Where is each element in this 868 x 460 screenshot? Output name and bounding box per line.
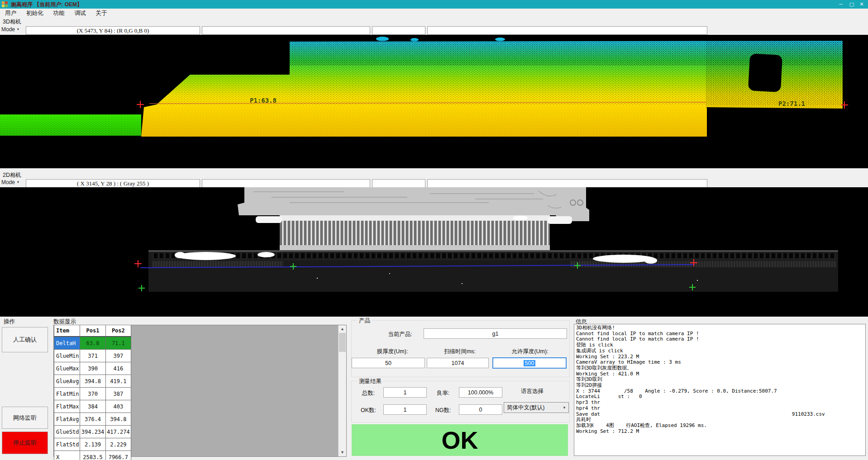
log-line: 等到3D取到 (576, 377, 865, 383)
scrollbar-thumb[interactable] (339, 333, 346, 352)
camera3d-mode-dropdown[interactable]: Mode ▼ (1, 26, 24, 34)
log-line: Working Set : 712.2 M (576, 429, 865, 435)
total-count-field[interactable]: 1 (383, 387, 427, 398)
camera2d-coordinate-readout: ( X 3145, Y 28 ) : ( Gray 255 ) (26, 179, 200, 188)
table-cell-item: GlueStd (54, 426, 80, 438)
table-row[interactable]: GlueMax390416 (54, 362, 131, 375)
table-cell-item: FlatStd (54, 438, 80, 451)
table-row[interactable]: FlatStd2.1392.229 (54, 438, 131, 451)
table-cell-item: FlatMin (54, 388, 80, 400)
current-product-label: 当前产品: (375, 331, 425, 338)
table-row[interactable]: GlueAvg394.8419.1 (54, 375, 131, 388)
table-cell-pos2: 417.274 (106, 426, 131, 438)
camera2d-mode-bar: Mode ▼ ( X 3145, Y 28 ) : ( Gray 255 ) (0, 179, 868, 188)
table-cell-item: GlueMin (54, 350, 80, 362)
camera3d-image-view[interactable]: P1:63.8 P2:71.1 (0, 35, 868, 168)
log-line: 等到3D取到灰度图数据。 (576, 365, 865, 371)
table-cell-item: FlatAvg (54, 413, 80, 426)
camera3d-coordinate-readout: (X 5473, Y 84) : (R 0,G 0,B 0) (26, 26, 200, 35)
operations-section-label: 操作 (4, 318, 15, 326)
log-line: hpr3 thr (576, 400, 865, 406)
scroll-up-icon[interactable]: ▲ (339, 325, 346, 333)
menu-item-3[interactable]: 调试 (70, 9, 91, 18)
table-cell-pos2: 403 (106, 400, 131, 413)
menu-item-2[interactable]: 功能 (48, 9, 70, 18)
p1-measurement-label: P1:63.8 (250, 97, 277, 104)
table-cell-pos1: 2.139 (80, 438, 105, 451)
ng-count-field[interactable]: 0 (459, 404, 502, 415)
table-cell-pos1: 370 (80, 388, 105, 400)
allow-thickness-field[interactable]: 500 (492, 357, 567, 369)
app-window: 测高程序 【当前用户: OEM】 ─ ▢ ✕ 用户初始化功能调试关于 3D相机 … (0, 0, 868, 460)
minimize-button[interactable]: ─ (835, 0, 846, 9)
ok-count-field[interactable]: 1 (383, 404, 427, 415)
table-cell-pos1: 394.8 (80, 375, 105, 388)
current-product-field[interactable]: g1 (424, 328, 567, 339)
scroll-down-icon[interactable]: ▼ (339, 449, 346, 456)
table-cell-pos2: 387 (106, 388, 131, 400)
stop-listen-button[interactable]: 停止监听 (2, 432, 48, 454)
table-header-row: Item Pos1 Pos2 (54, 325, 131, 337)
table-row[interactable]: GlueMin371397 (54, 350, 131, 362)
info-log-box[interactable]: 3D相机没有网络!Cannot find local IP to match c… (574, 324, 866, 456)
table-cell-pos2: 71.1 (106, 337, 131, 350)
table-cell-item: X (54, 451, 80, 460)
menu-item-4[interactable]: 关于 (91, 9, 112, 18)
table-cell-pos2: 2.229 (106, 438, 131, 451)
language-select-dropdown[interactable]: 简体中文(默认)▼ (504, 402, 569, 413)
results-section-label: 测量结果 (357, 378, 383, 385)
camera2d-mode-dropdown[interactable]: Mode ▼ (1, 179, 24, 187)
table-cell-item: FlatMax (54, 400, 80, 413)
log-line: Cannot find local IP to match camera IP … (576, 337, 865, 342)
table-cell-pos1: 384 (80, 400, 105, 413)
grayscale-2d (0, 187, 868, 317)
table-cell-pos1: 2583.5 (80, 451, 105, 460)
status-result-box: OK (352, 424, 568, 456)
results-groupbox: 测量结果 总数: 1 良率: 100.000% 语言选择 OK数: 1 NG数:… (351, 381, 570, 422)
camera2d-image-view[interactable] (0, 187, 868, 317)
menu-item-0[interactable]: 用户 (0, 9, 21, 18)
language-select-label: 语言选择 (511, 388, 553, 395)
table-row[interactable]: FlatAvg376.4394.8 (54, 413, 131, 426)
table-cell-pos1: 394.234 (80, 426, 105, 438)
log-line: 加载3张 4图 行AOI检查, Elapsed 19296 ms. (576, 423, 865, 429)
yield-field[interactable]: 100.000% (459, 387, 502, 398)
table-row[interactable]: DeltaH63.871.1 (54, 337, 131, 350)
table-cell-item: DeltaH (54, 337, 80, 350)
log-line: 等到2D拼接 (576, 383, 865, 389)
log-line: 3D相机没有网络! (576, 325, 865, 331)
camera3d-readout-field-2 (202, 26, 370, 35)
camera3d-readout-field-3 (372, 26, 425, 35)
table-scrollbar[interactable]: ▲ ▼ (338, 325, 346, 456)
data-table: Item Pos1 Pos2 DeltaH63.871.1GlueMin3713… (54, 325, 131, 460)
chevron-down-icon: ▼ (563, 406, 566, 410)
table-row[interactable]: GlueStd394.234417.274 (54, 426, 131, 438)
product-section-label: 产品 (357, 317, 372, 325)
log-line: LocateLi st : 0 (576, 394, 865, 400)
table-cell-pos1: 390 (80, 362, 105, 375)
table-header-item: Item (54, 325, 80, 337)
table-cell-pos2: 419.1 (106, 375, 131, 388)
table-row[interactable]: FlatMin370387 (54, 388, 131, 400)
log-line: 登陆 is click (576, 342, 865, 348)
data-table-area: Item Pos1 Pos2 DeltaH63.871.1GlueMin3713… (53, 325, 347, 457)
title-bar: 测高程序 【当前用户: OEM】 ─ ▢ ✕ (0, 0, 868, 9)
camera3d-readout-field-4 (427, 26, 707, 35)
camera3d-section-label: 3D相机 (3, 18, 21, 26)
product-groupbox: 产品 当前产品: g1 膜厚度(Um): 扫描时间ms: 允许厚度(Um): 5… (351, 320, 570, 377)
scan-time-field[interactable]: 1074 (427, 358, 489, 368)
table-row[interactable]: X2583.57966.7 (54, 451, 131, 460)
network-listen-button[interactable]: 网络监听 (2, 407, 48, 429)
manual-confirm-button[interactable]: 人工确认 (2, 327, 48, 352)
film-thickness-field[interactable]: 50 (352, 358, 425, 368)
menu-item-1[interactable]: 初始化 (21, 9, 48, 18)
camera2d-readout-field-4 (427, 179, 707, 188)
table-row[interactable]: FlatMax384403 (54, 400, 131, 413)
chevron-down-icon: ▼ (16, 28, 19, 31)
maximize-button[interactable]: ▢ (846, 0, 857, 9)
scan-time-label: 扫描时间ms: (435, 348, 485, 356)
camera2d-readout-field-3 (372, 179, 425, 188)
camera3d-mode-bar: Mode ▼ (X 5473, Y 84) : (R 0,G 0,B 0) (0, 26, 868, 35)
close-button[interactable]: ✕ (856, 0, 867, 9)
table-cell-pos1: 376.4 (80, 413, 105, 426)
